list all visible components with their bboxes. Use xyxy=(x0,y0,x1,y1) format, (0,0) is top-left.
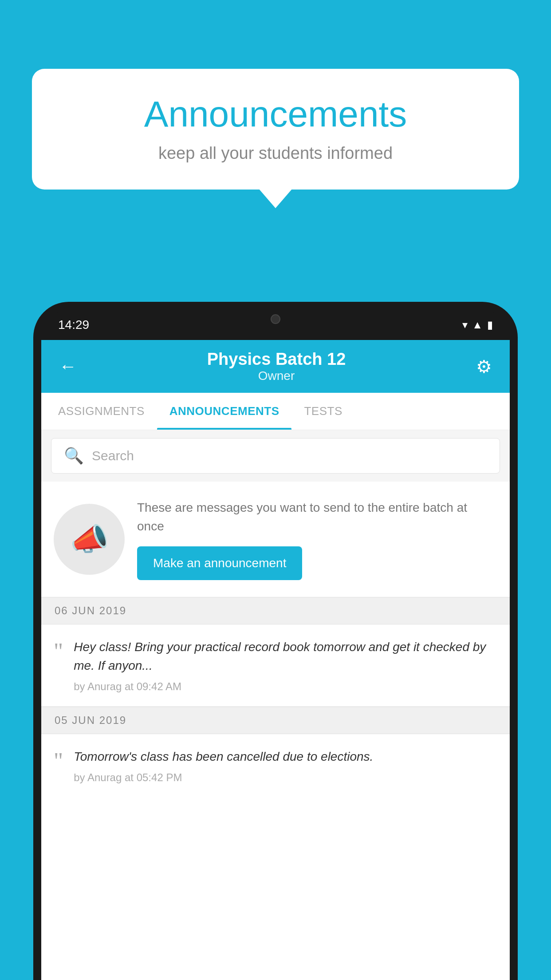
announcement-text-2: Tomorrow's class has been cancelled due … xyxy=(74,747,497,766)
phone-mockup: 14:29 ▾ ▲ ▮ ← Physics Batch 12 Owner ⚙ xyxy=(33,302,518,980)
header-subtitle: Owner xyxy=(207,369,346,383)
battery-icon: ▮ xyxy=(487,319,493,331)
quote-icon-2: " xyxy=(54,750,63,773)
date-separator-1: 06 JUN 2019 xyxy=(41,597,510,624)
tab-announcements[interactable]: ANNOUNCEMENTS xyxy=(157,393,292,430)
status-time: 14:29 xyxy=(58,318,89,332)
status-bar: 14:29 ▾ ▲ ▮ xyxy=(41,310,510,340)
search-icon: 🔍 xyxy=(64,447,84,465)
promo-icon-circle: 📣 xyxy=(54,504,125,575)
tabs-bar: ASSIGNMENTS ANNOUNCEMENTS TESTS xyxy=(41,393,510,430)
announcement-meta-2: by Anurag at 05:42 PM xyxy=(74,771,497,784)
announcement-item-1: " Hey class! Bring your practical record… xyxy=(41,624,510,707)
make-announcement-button[interactable]: Make an announcement xyxy=(137,546,302,580)
announcement-content-2: Tomorrow's class has been cancelled due … xyxy=(74,747,497,784)
status-icons: ▾ ▲ ▮ xyxy=(462,319,493,331)
settings-icon[interactable]: ⚙ xyxy=(476,356,492,377)
announcement-meta-1: by Anurag at 09:42 AM xyxy=(74,680,497,693)
signal-icon: ▲ xyxy=(472,319,483,331)
phone-outer: 14:29 ▾ ▲ ▮ ← Physics Batch 12 Owner ⚙ xyxy=(33,302,518,980)
promo-description: These are messages you want to send to t… xyxy=(137,498,497,536)
speech-bubble-container: Announcements keep all your students inf… xyxy=(32,69,519,190)
tab-tests[interactable]: TESTS xyxy=(291,393,354,430)
header-center: Physics Batch 12 Owner xyxy=(207,350,346,383)
speech-bubble: Announcements keep all your students inf… xyxy=(32,69,519,190)
header-title: Physics Batch 12 xyxy=(207,350,346,369)
phone-screen: ← Physics Batch 12 Owner ⚙ ASSIGNMENTS A… xyxy=(41,340,510,980)
announcement-text-1: Hey class! Bring your practical record b… xyxy=(74,638,497,675)
search-bar[interactable]: 🔍 Search xyxy=(51,438,500,474)
announcement-promo: 📣 These are messages you want to send to… xyxy=(41,482,510,597)
quote-icon-1: " xyxy=(54,640,63,663)
back-button[interactable]: ← xyxy=(59,356,77,376)
search-placeholder: Search xyxy=(92,448,134,463)
announcement-item-2: " Tomorrow's class has been cancelled du… xyxy=(41,734,510,797)
app-header: ← Physics Batch 12 Owner ⚙ xyxy=(41,340,510,393)
wifi-icon: ▾ xyxy=(462,319,468,331)
megaphone-icon: 📣 xyxy=(70,521,109,557)
search-container: 🔍 Search xyxy=(41,430,510,482)
phone-notch xyxy=(247,310,304,328)
date-separator-2: 05 JUN 2019 xyxy=(41,707,510,734)
promo-content: These are messages you want to send to t… xyxy=(137,498,497,580)
camera-dot xyxy=(271,314,280,324)
tab-assignments[interactable]: ASSIGNMENTS xyxy=(46,393,157,430)
bubble-subtitle: keep all your students informed xyxy=(59,144,492,163)
announcement-content-1: Hey class! Bring your practical record b… xyxy=(74,638,497,693)
bubble-title: Announcements xyxy=(59,93,492,135)
